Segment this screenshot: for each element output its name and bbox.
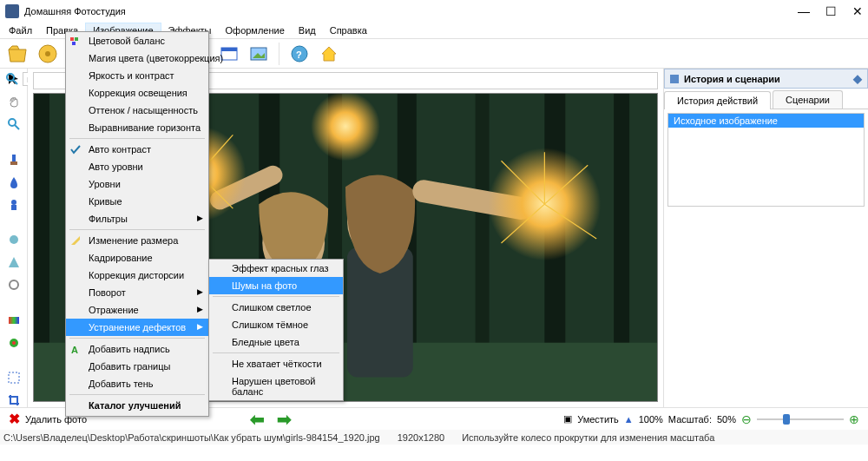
menu-item[interactable]: Авто уровни xyxy=(66,158,208,175)
menu-item[interactable]: Каталог улучшений xyxy=(66,397,208,414)
resize-icon xyxy=(69,234,82,247)
open-file-icon[interactable] xyxy=(5,41,31,67)
status-bar: C:\Users\Владелец\Desktop\Работа\скриншо… xyxy=(0,430,868,445)
sharpen-icon[interactable] xyxy=(7,255,21,269)
search-icon xyxy=(5,72,19,86)
menu-item[interactable]: AДобавить надпись xyxy=(66,340,208,358)
menu-item[interactable]: Коррекция освещения xyxy=(66,84,208,102)
menu-file[interactable]: Файл xyxy=(2,23,39,38)
menu-item[interactable]: Добавить границы xyxy=(66,358,208,375)
svg-rect-64 xyxy=(75,37,78,41)
drop-icon[interactable] xyxy=(7,175,21,189)
zoom-out-icon[interactable]: ⊖ xyxy=(741,412,752,426)
submenu-item[interactable]: Нарушен цветовой баланс xyxy=(209,372,343,400)
panel-title-text: История и сценарии xyxy=(684,74,780,84)
menu-separator xyxy=(69,229,205,230)
check-icon xyxy=(69,143,82,155)
menu-help[interactable]: Справка xyxy=(323,23,374,38)
menu-item[interactable]: Оттенок / насыщенность xyxy=(66,102,208,119)
svg-marker-15 xyxy=(322,47,336,61)
svg-point-1 xyxy=(45,51,50,56)
image-menu-dropdown: Цветовой балансМагия цвета (цветокоррекц… xyxy=(65,31,209,417)
brush-icon[interactable] xyxy=(7,153,21,167)
save-icon[interactable] xyxy=(35,41,61,67)
svg-rect-65 xyxy=(72,42,76,45)
svg-rect-10 xyxy=(221,48,237,51)
redeye-icon[interactable] xyxy=(7,336,21,350)
menu-item[interactable]: Магия цвета (цветокоррекция) xyxy=(66,49,208,67)
menu-view[interactable]: Вид xyxy=(292,23,323,38)
menu-item[interactable]: Кривые xyxy=(66,193,208,210)
history-panel-title: История и сценарии ◆ xyxy=(664,69,868,89)
menu-item[interactable]: Коррекция дисторсии xyxy=(66,267,208,284)
submenu-item[interactable]: Не хватает чёткости xyxy=(209,355,343,372)
submenu-arrow-icon: ▶ xyxy=(197,322,203,331)
menu-item[interactable]: Отражение▶ xyxy=(66,301,208,319)
minimize-button[interactable]: — xyxy=(798,4,810,18)
menu-decoration[interactable]: Оформление xyxy=(219,23,292,38)
submenu-arrow-icon: ▶ xyxy=(197,214,203,222)
menu-item[interactable]: Авто контраст xyxy=(66,141,208,158)
menu-item[interactable]: Поворот▶ xyxy=(66,284,208,301)
status-dims: 1920x1280 xyxy=(398,432,444,443)
svg-text:?: ? xyxy=(296,49,302,60)
zoom-icon[interactable] xyxy=(7,117,21,131)
zoom-100-icon[interactable]: ▲ xyxy=(624,414,634,425)
submenu-item[interactable]: Слишком светлое xyxy=(209,299,343,316)
menu-item[interactable]: Яркость и контраст xyxy=(66,67,208,84)
gradient-icon[interactable] xyxy=(7,313,21,327)
fit-icon[interactable]: ▣ xyxy=(563,413,572,425)
zoom-in-icon[interactable]: ⊕ xyxy=(849,412,859,426)
svg-rect-24 xyxy=(11,205,16,210)
menu-item[interactable]: Кадрирование xyxy=(66,249,208,267)
menu-item[interactable]: Выравнивание горизонта xyxy=(66,119,208,136)
submenu-arrow-icon: ▶ xyxy=(197,305,203,313)
svg-marker-26 xyxy=(9,257,19,267)
tab-history[interactable]: История действий xyxy=(664,91,771,109)
hand-icon[interactable] xyxy=(7,95,21,109)
close-button[interactable]: ✕ xyxy=(852,4,863,18)
menu-item[interactable]: Уровни xyxy=(66,175,208,193)
maximize-button[interactable]: ☐ xyxy=(825,4,837,18)
submenu-item[interactable]: Эффект красных глаз xyxy=(209,260,343,277)
svg-point-23 xyxy=(11,200,16,205)
prev-arrow-icon[interactable]: ⬅ xyxy=(250,409,265,430)
help-icon[interactable]: ? xyxy=(286,41,312,67)
menu-item[interactable]: Цветовой баланс xyxy=(66,32,208,49)
dodge-icon[interactable] xyxy=(7,278,21,292)
menu-item[interactable]: Изменение размера xyxy=(66,232,208,249)
svg-point-16 xyxy=(7,74,14,81)
submenu-item[interactable]: Шумы на фото xyxy=(209,277,343,294)
svg-point-25 xyxy=(10,235,18,244)
svg-rect-63 xyxy=(70,37,74,41)
svg-rect-31 xyxy=(9,372,19,383)
submenu-item[interactable]: Бледные цвета xyxy=(209,333,343,351)
toolbar-separator xyxy=(279,43,279,65)
menu-separator xyxy=(69,138,205,139)
submenu-item[interactable]: Слишком тёмное xyxy=(209,316,343,333)
next-arrow-icon[interactable]: ➡ xyxy=(277,409,292,430)
stamp-icon[interactable] xyxy=(7,198,21,212)
svg-marker-66 xyxy=(71,236,80,245)
home-icon[interactable] xyxy=(316,41,342,67)
tab-scenarios[interactable]: Сценарии xyxy=(773,90,843,109)
history-item-original[interactable]: Исходное изображение xyxy=(668,114,864,128)
defects-submenu: Эффект красных глазШумы на фотоСлишком с… xyxy=(208,259,344,401)
postcard-icon[interactable] xyxy=(246,41,272,67)
crop-icon[interactable] xyxy=(7,393,21,407)
menu-item[interactable]: Фильтры▶ xyxy=(66,210,208,227)
left-toolbar xyxy=(0,69,28,407)
zoom-slider[interactable] xyxy=(757,417,844,422)
zoom-100-label[interactable]: 100% xyxy=(639,414,663,425)
select-rect-icon[interactable] xyxy=(7,371,21,385)
pin-icon[interactable]: ◆ xyxy=(853,72,862,85)
svg-point-52 xyxy=(311,94,380,161)
fit-label[interactable]: Уместить xyxy=(577,414,619,425)
menu-separator xyxy=(69,394,205,395)
blur-icon[interactable] xyxy=(7,233,21,247)
menu-item[interactable]: Устранение дефектов▶ xyxy=(66,319,208,336)
svg-line-20 xyxy=(15,125,19,129)
menu-item[interactable]: Добавить тень xyxy=(66,375,208,392)
status-path: C:\Users\Владелец\Desktop\Работа\скриншо… xyxy=(3,432,380,443)
svg-marker-22 xyxy=(10,161,17,165)
